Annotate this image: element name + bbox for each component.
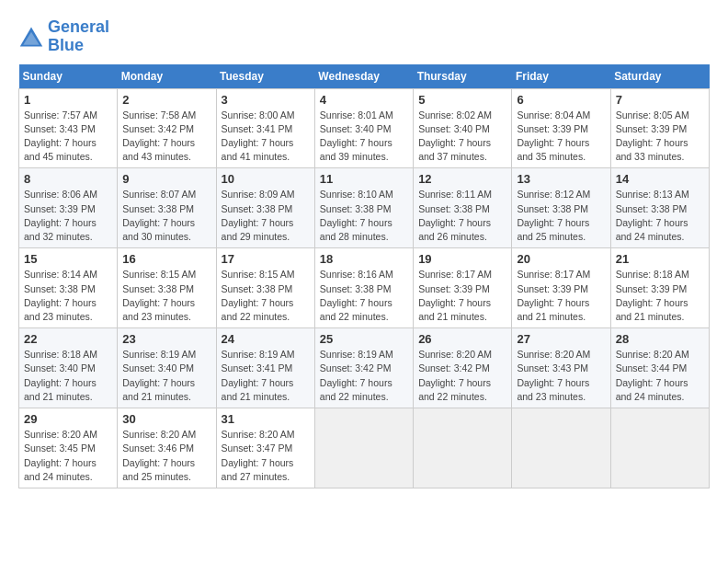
calendar-cell: 8 Sunrise: 8:06 AMSunset: 3:39 PMDayligh…: [19, 168, 118, 248]
day-number: 14: [616, 172, 704, 186]
calendar-cell: 19 Sunrise: 8:17 AMSunset: 3:39 PMDaylig…: [414, 248, 512, 328]
day-info: Sunrise: 8:18 AMSunset: 3:39 PMDaylight:…: [616, 268, 704, 324]
logo: General Blue: [18, 18, 109, 55]
calendar-cell: 23 Sunrise: 8:19 AMSunset: 3:40 PMDaylig…: [118, 328, 216, 408]
day-number: 29: [24, 412, 112, 426]
day-number: 1: [24, 93, 112, 107]
calendar-cell: [610, 408, 709, 488]
calendar-cell: 29 Sunrise: 8:20 AMSunset: 3:45 PMDaylig…: [19, 408, 118, 488]
calendar-cell: 1 Sunrise: 7:57 AMSunset: 3:43 PMDayligh…: [19, 88, 118, 168]
day-info: Sunrise: 8:02 AMSunset: 3:40 PMDaylight:…: [418, 109, 506, 165]
calendar-cell: 7 Sunrise: 8:05 AMSunset: 3:39 PMDayligh…: [610, 88, 709, 168]
calendar-cell: 31 Sunrise: 8:20 AMSunset: 3:47 PMDaylig…: [216, 408, 314, 488]
day-info: Sunrise: 8:12 AMSunset: 3:38 PMDaylight:…: [517, 188, 605, 244]
calendar-cell: 2 Sunrise: 7:58 AMSunset: 3:42 PMDayligh…: [118, 88, 216, 168]
day-info: Sunrise: 8:20 AMSunset: 3:46 PMDaylight:…: [122, 428, 210, 484]
day-number: 6: [517, 93, 605, 107]
day-info: Sunrise: 7:58 AMSunset: 3:42 PMDaylight:…: [122, 109, 210, 165]
calendar-cell: 20 Sunrise: 8:17 AMSunset: 3:39 PMDaylig…: [512, 248, 610, 328]
day-number: 5: [418, 93, 506, 107]
day-info: Sunrise: 7:57 AMSunset: 3:43 PMDaylight:…: [24, 109, 112, 165]
day-info: Sunrise: 8:20 AMSunset: 3:42 PMDaylight:…: [418, 348, 506, 404]
calendar-cell: 26 Sunrise: 8:20 AMSunset: 3:42 PMDaylig…: [414, 328, 512, 408]
calendar-cell: [314, 408, 413, 488]
logo-icon: [18, 24, 44, 50]
day-number: 2: [122, 93, 210, 107]
calendar-cell: 10 Sunrise: 8:09 AMSunset: 3:38 PMDaylig…: [216, 168, 314, 248]
day-info: Sunrise: 8:18 AMSunset: 3:40 PMDaylight:…: [24, 348, 112, 404]
day-info: Sunrise: 8:19 AMSunset: 3:41 PMDaylight:…: [222, 348, 310, 404]
calendar-cell: 17 Sunrise: 8:15 AMSunset: 3:38 PMDaylig…: [216, 248, 314, 328]
day-info: Sunrise: 8:20 AMSunset: 3:43 PMDaylight:…: [517, 348, 605, 404]
day-info: Sunrise: 8:11 AMSunset: 3:38 PMDaylight:…: [418, 188, 506, 244]
day-info: Sunrise: 8:05 AMSunset: 3:39 PMDaylight:…: [616, 109, 704, 165]
day-info: Sunrise: 8:16 AMSunset: 3:38 PMDaylight:…: [320, 268, 408, 324]
calendar-cell: 11 Sunrise: 8:10 AMSunset: 3:38 PMDaylig…: [314, 168, 413, 248]
weekday-header-tuesday: Tuesday: [216, 64, 314, 89]
calendar-cell: [512, 408, 610, 488]
calendar-cell: 16 Sunrise: 8:15 AMSunset: 3:38 PMDaylig…: [118, 248, 216, 328]
day-info: Sunrise: 8:00 AMSunset: 3:41 PMDaylight:…: [222, 109, 310, 165]
calendar-cell: 22 Sunrise: 8:18 AMSunset: 3:40 PMDaylig…: [19, 328, 118, 408]
day-info: Sunrise: 8:20 AMSunset: 3:44 PMDaylight:…: [616, 348, 704, 404]
day-number: 18: [320, 252, 408, 266]
weekday-header-thursday: Thursday: [414, 64, 512, 89]
day-info: Sunrise: 8:20 AMSunset: 3:45 PMDaylight:…: [24, 428, 112, 484]
calendar-cell: 25 Sunrise: 8:19 AMSunset: 3:42 PMDaylig…: [314, 328, 413, 408]
day-number: 27: [517, 332, 605, 346]
calendar-cell: 4 Sunrise: 8:01 AMSunset: 3:40 PMDayligh…: [314, 88, 413, 168]
day-number: 16: [122, 252, 210, 266]
day-info: Sunrise: 8:01 AMSunset: 3:40 PMDaylight:…: [320, 109, 408, 165]
calendar-cell: 28 Sunrise: 8:20 AMSunset: 3:44 PMDaylig…: [610, 328, 709, 408]
day-number: 12: [418, 172, 506, 186]
day-number: 23: [122, 332, 210, 346]
calendar-cell: 21 Sunrise: 8:18 AMSunset: 3:39 PMDaylig…: [610, 248, 709, 328]
page-header: General Blue: [18, 18, 710, 55]
day-number: 20: [517, 252, 605, 266]
calendar-cell: 5 Sunrise: 8:02 AMSunset: 3:40 PMDayligh…: [414, 88, 512, 168]
day-number: 24: [222, 332, 310, 346]
day-number: 15: [24, 252, 112, 266]
day-info: Sunrise: 8:06 AMSunset: 3:39 PMDaylight:…: [24, 188, 112, 244]
day-number: 9: [122, 172, 210, 186]
day-number: 4: [320, 93, 408, 107]
logo-text: General Blue: [48, 18, 109, 55]
calendar-cell: 24 Sunrise: 8:19 AMSunset: 3:41 PMDaylig…: [216, 328, 314, 408]
day-number: 13: [517, 172, 605, 186]
day-info: Sunrise: 8:17 AMSunset: 3:39 PMDaylight:…: [418, 268, 506, 324]
day-number: 19: [418, 252, 506, 266]
day-info: Sunrise: 8:17 AMSunset: 3:39 PMDaylight:…: [517, 268, 605, 324]
day-info: Sunrise: 8:15 AMSunset: 3:38 PMDaylight:…: [222, 268, 310, 324]
day-number: 3: [222, 93, 310, 107]
day-info: Sunrise: 8:04 AMSunset: 3:39 PMDaylight:…: [517, 109, 605, 165]
calendar-cell: 3 Sunrise: 8:00 AMSunset: 3:41 PMDayligh…: [216, 88, 314, 168]
calendar-cell: 9 Sunrise: 8:07 AMSunset: 3:38 PMDayligh…: [118, 168, 216, 248]
calendar-cell: 27 Sunrise: 8:20 AMSunset: 3:43 PMDaylig…: [512, 328, 610, 408]
day-info: Sunrise: 8:14 AMSunset: 3:38 PMDaylight:…: [24, 268, 112, 324]
day-number: 8: [24, 172, 112, 186]
weekday-header-saturday: Saturday: [610, 64, 709, 89]
calendar-table: SundayMondayTuesdayWednesdayThursdayFrid…: [18, 64, 710, 488]
calendar-cell: 6 Sunrise: 8:04 AMSunset: 3:39 PMDayligh…: [512, 88, 610, 168]
day-number: 17: [222, 252, 310, 266]
day-number: 30: [122, 412, 210, 426]
day-info: Sunrise: 8:19 AMSunset: 3:40 PMDaylight:…: [122, 348, 210, 404]
day-number: 26: [418, 332, 506, 346]
calendar-cell: 30 Sunrise: 8:20 AMSunset: 3:46 PMDaylig…: [118, 408, 216, 488]
day-number: 22: [24, 332, 112, 346]
calendar-cell: 13 Sunrise: 8:12 AMSunset: 3:38 PMDaylig…: [512, 168, 610, 248]
weekday-header-sunday: Sunday: [19, 64, 118, 89]
calendar-cell: 14 Sunrise: 8:13 AMSunset: 3:38 PMDaylig…: [610, 168, 709, 248]
day-number: 10: [222, 172, 310, 186]
day-info: Sunrise: 8:20 AMSunset: 3:47 PMDaylight:…: [222, 428, 310, 484]
day-number: 31: [222, 412, 310, 426]
calendar-cell: 15 Sunrise: 8:14 AMSunset: 3:38 PMDaylig…: [19, 248, 118, 328]
calendar-cell: [414, 408, 512, 488]
weekday-header-friday: Friday: [512, 64, 610, 89]
day-info: Sunrise: 8:10 AMSunset: 3:38 PMDaylight:…: [320, 188, 408, 244]
day-info: Sunrise: 8:09 AMSunset: 3:38 PMDaylight:…: [222, 188, 310, 244]
weekday-header-wednesday: Wednesday: [314, 64, 413, 89]
day-number: 21: [616, 252, 704, 266]
day-info: Sunrise: 8:15 AMSunset: 3:38 PMDaylight:…: [122, 268, 210, 324]
day-number: 7: [616, 93, 704, 107]
